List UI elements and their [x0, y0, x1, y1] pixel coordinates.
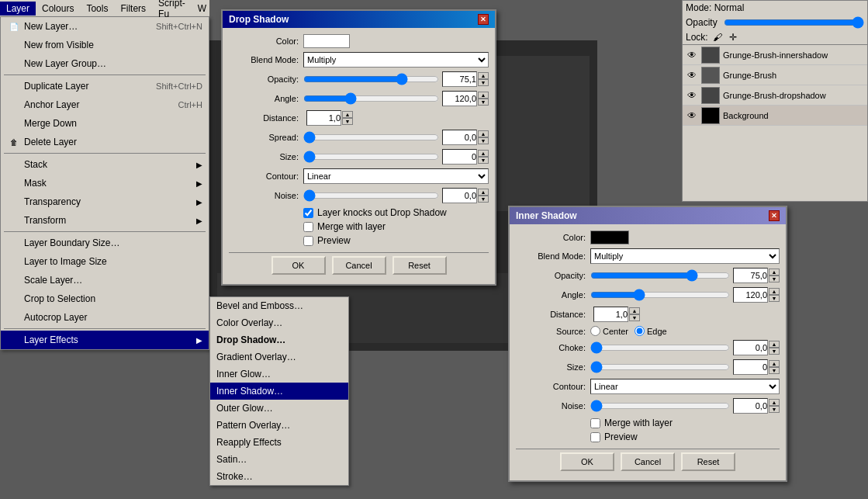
menu-item-merge-down[interactable]: Merge Down	[1, 114, 209, 133]
spread-up-arrow[interactable]: ▲	[478, 130, 489, 137]
menu-item-layer-effects[interactable]: Layer Effects ▶	[1, 331, 209, 349]
effects-outer-glow[interactable]: Outer Glow…	[210, 400, 348, 417]
is-choke-down-arrow[interactable]: ▼	[769, 348, 780, 355]
inner-shadow-ok-button[interactable]: OK	[560, 452, 614, 471]
is-contour-select[interactable]: Linear	[590, 379, 780, 394]
menu-item-crop-to-selection[interactable]: Crop to Selection	[1, 289, 209, 308]
inner-shadow-cancel-button[interactable]: Cancel	[621, 452, 675, 471]
size-up-arrow[interactable]: ▲	[478, 150, 489, 157]
layer-eye-innershadow[interactable]: 👁	[686, 49, 698, 61]
menu-item-scale-layer[interactable]: Scale Layer…	[1, 271, 209, 289]
distance-up-arrow[interactable]: ▲	[342, 111, 353, 118]
is-source-edge-radio[interactable]	[635, 326, 645, 336]
menu-item-transform[interactable]: Transform ▶	[1, 211, 209, 230]
opacity-down-arrow[interactable]: ▼	[478, 79, 489, 86]
is-noise-input[interactable]	[733, 398, 768, 414]
layer-row-background[interactable]: 👁 Background	[683, 106, 867, 126]
lock-paint-icon[interactable]: 🖌	[711, 31, 724, 43]
is-distance-input[interactable]	[593, 307, 628, 322]
layer-eye-background[interactable]: 👁	[686, 109, 698, 122]
distance-input[interactable]	[306, 110, 341, 126]
menu-colours[interactable]: Colours	[36, 2, 80, 16]
menu-item-layer-boundary-size[interactable]: Layer Boundary Size…	[1, 234, 209, 252]
layer-row-innershadow[interactable]: 👁 Grunge-Brush-innershadow	[683, 45, 867, 65]
layer-row-dropshadow[interactable]: 👁 Grunge-Brush-dropshadow	[683, 85, 867, 106]
effects-satin[interactable]: Satin…	[210, 451, 348, 468]
effects-gradient-overlay[interactable]: Gradient Overlay…	[210, 348, 348, 366]
effects-color-overlay[interactable]: Color Overlay…	[210, 314, 348, 331]
blend-mode-select[interactable]: Multiply	[303, 52, 489, 68]
merge-checkbox[interactable]	[303, 222, 313, 232]
spread-input[interactable]	[442, 130, 477, 145]
menu-item-duplicate-layer[interactable]: Duplicate Layer Shift+Ctrl+D	[1, 77, 209, 95]
menu-item-mask[interactable]: Mask ▶	[1, 174, 209, 192]
is-choke-up-arrow[interactable]: ▲	[769, 341, 780, 348]
is-opacity-down-arrow[interactable]: ▼	[769, 275, 780, 282]
inner-shadow-reset-button[interactable]: Reset	[681, 452, 735, 471]
is-preview-checkbox[interactable]	[590, 432, 600, 442]
menu-item-delete-layer[interactable]: 🗑 Delete Layer	[1, 133, 209, 151]
angle-slider[interactable]	[303, 93, 439, 104]
noise-input[interactable]	[442, 188, 477, 203]
effects-drop-shadow[interactable]: Drop Shadow…	[210, 331, 348, 348]
spread-down-arrow[interactable]: ▼	[478, 137, 489, 144]
is-angle-input[interactable]	[733, 287, 768, 303]
drop-shadow-ok-button[interactable]: OK	[271, 256, 326, 275]
is-distance-up-arrow[interactable]: ▲	[629, 307, 640, 314]
effects-reapply-effects[interactable]: Reapply Effects	[210, 434, 348, 451]
is-angle-down-arrow[interactable]: ▼	[769, 295, 780, 302]
contour-select[interactable]: Linear	[303, 168, 489, 184]
menu-item-layer-to-image-size[interactable]: Layer to Image Size	[1, 252, 209, 271]
menu-w[interactable]: W	[192, 2, 213, 16]
is-size-down-arrow[interactable]: ▼	[769, 367, 780, 374]
menu-item-new-from-visible[interactable]: New from Visible	[1, 36, 209, 54]
noise-up-arrow[interactable]: ▲	[478, 189, 489, 196]
menu-item-new-layer[interactable]: 📄 New Layer… Shift+Ctrl+N	[1, 17, 209, 36]
opacity-panel-slider[interactable]	[724, 16, 864, 29]
opacity-slider[interactable]	[303, 74, 439, 85]
is-source-center-radio[interactable]	[590, 326, 600, 336]
menu-item-stack[interactable]: Stack ▶	[1, 155, 209, 174]
menu-item-transparency[interactable]: Transparency ▶	[1, 192, 209, 211]
knocks-out-checkbox[interactable]	[303, 208, 313, 218]
menu-item-autocrop-layer[interactable]: Autocrop Layer	[1, 308, 209, 327]
effects-bevel-emboss[interactable]: Bevel and Emboss…	[210, 297, 348, 314]
menu-filters[interactable]: Filters	[114, 2, 152, 16]
is-size-input[interactable]	[733, 359, 768, 375]
drop-shadow-reset-button[interactable]: Reset	[393, 256, 447, 275]
color-swatch[interactable]	[303, 34, 350, 48]
is-blend-mode-select[interactable]: Multiply	[590, 248, 780, 264]
menu-item-anchor-layer[interactable]: Anchor Layer Ctrl+H	[1, 95, 209, 114]
effects-stroke[interactable]: Stroke…	[210, 468, 348, 485]
is-distance-down-arrow[interactable]: ▼	[629, 314, 640, 321]
drop-shadow-close-button[interactable]: ✕	[478, 14, 489, 25]
menu-layer[interactable]: Layer	[0, 2, 36, 16]
is-opacity-slider[interactable]	[590, 270, 730, 281]
is-noise-up-arrow[interactable]: ▲	[769, 399, 780, 406]
effects-inner-shadow[interactable]: Inner Shadow…	[210, 383, 348, 400]
is-choke-slider[interactable]	[590, 342, 730, 353]
effects-inner-glow[interactable]: Inner Glow…	[210, 366, 348, 383]
preview-checkbox[interactable]	[303, 236, 313, 246]
angle-up-arrow[interactable]: ▲	[478, 92, 489, 99]
is-size-slider[interactable]	[590, 362, 730, 373]
is-size-up-arrow[interactable]: ▲	[769, 360, 780, 367]
effects-pattern-overlay[interactable]: Pattern Overlay…	[210, 417, 348, 434]
menu-item-new-layer-group[interactable]: New Layer Group…	[1, 54, 209, 73]
layer-eye-dropshadow[interactable]: 👁	[686, 89, 698, 102]
is-noise-down-arrow[interactable]: ▼	[769, 406, 780, 413]
opacity-up-arrow[interactable]: ▲	[478, 72, 489, 79]
is-merge-checkbox[interactable]	[590, 418, 600, 428]
angle-down-arrow[interactable]: ▼	[478, 99, 489, 106]
layer-row-brush[interactable]: 👁 Grunge-Brush	[683, 65, 867, 85]
lock-position-icon[interactable]: ✛	[727, 31, 739, 43]
size-input[interactable]	[442, 149, 477, 165]
is-choke-input[interactable]	[733, 340, 768, 355]
size-slider[interactable]	[303, 151, 439, 162]
drop-shadow-cancel-button[interactable]: Cancel	[332, 256, 386, 275]
size-down-arrow[interactable]: ▼	[478, 157, 489, 164]
is-opacity-up-arrow[interactable]: ▲	[769, 269, 780, 275]
is-noise-slider[interactable]	[590, 400, 730, 411]
is-opacity-input[interactable]	[733, 268, 768, 283]
spread-slider[interactable]	[303, 132, 439, 143]
